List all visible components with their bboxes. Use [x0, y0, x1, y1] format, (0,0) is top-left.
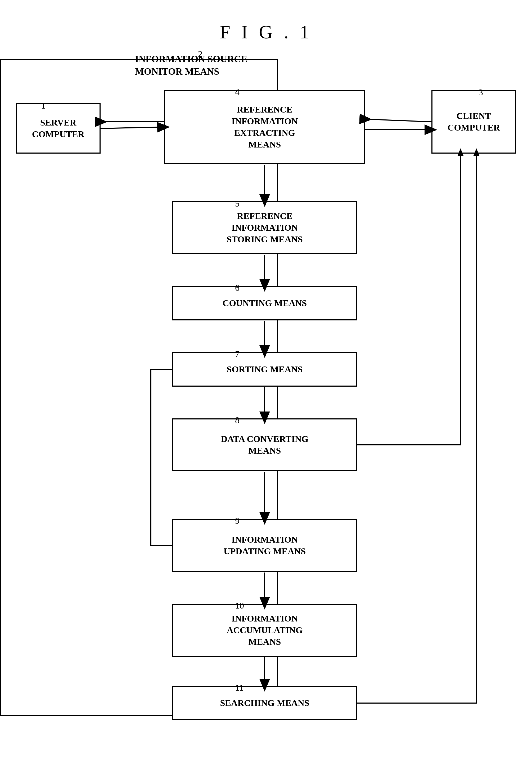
- converting-to-client-line: [357, 154, 460, 445]
- ref-num-8: 8: [235, 415, 240, 425]
- ref-num-9: 9: [235, 516, 240, 526]
- ref-num-11: 11: [235, 683, 244, 693]
- info-updating-box: INFORMATIONUPDATING MEANS: [172, 519, 357, 572]
- searching-to-client-line: [357, 154, 476, 703]
- server-computer-box: SERVERCOMPUTER: [16, 103, 101, 154]
- data-converting-box: DATA CONVERTINGMEANS: [172, 418, 357, 471]
- ref-num-1: 1: [41, 101, 46, 111]
- ref-num-3: 3: [478, 87, 483, 97]
- client-to-extract-arrow: [366, 119, 431, 122]
- searching-means-box: SEARCHING MEANS: [172, 686, 357, 720]
- ref-num-5: 5: [235, 199, 240, 209]
- info-source-monitor-label: INFORMATION SOURCEMONITOR MEANS: [135, 53, 247, 78]
- ref-num-7: 7: [235, 349, 240, 359]
- ref-info-extract-box: REFERENCEINFORMATIONEXTRACTINGMEANS: [164, 90, 365, 164]
- page-title: F I G . 1: [0, 0, 532, 59]
- ref-num-10: 10: [235, 601, 244, 611]
- ref-info-store-box: REFERENCEINFORMATIONSTORING MEANS: [172, 201, 357, 254]
- ref-num-4: 4: [235, 87, 240, 97]
- sorting-means-box: SORTING MEANS: [172, 352, 357, 387]
- ref-num-6: 6: [235, 283, 240, 293]
- ref-num-2: 2: [198, 49, 202, 59]
- info-accumulating-box: INFORMATIONACCUMULATINGMEANS: [172, 604, 357, 657]
- counting-means-box: COUNTING MEANS: [172, 286, 357, 320]
- client-computer-box: CLIENTCOMPUTER: [431, 90, 516, 154]
